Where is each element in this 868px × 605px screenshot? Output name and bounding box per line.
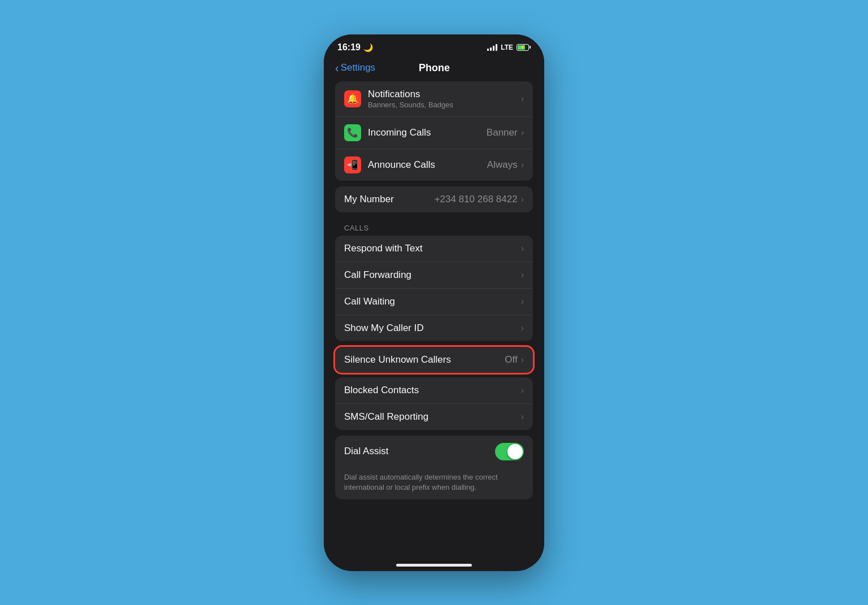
dial-assist-item[interactable]: Dial Assist [335,436,533,468]
incoming-calls-item[interactable]: 📞 Incoming Calls Banner › [335,117,533,149]
call-waiting-chevron-icon: › [521,297,524,307]
dial-assist-content: Dial Assist [344,446,495,457]
my-number-section: My Number +234 810 268 8422 › [335,186,533,212]
show-caller-id-title: Show My Caller ID [344,323,521,334]
sms-call-reporting-title: SMS/Call Reporting [344,411,521,423]
call-forwarding-content: Call Forwarding [344,269,521,281]
notifications-icon: 🔔 [344,90,361,107]
show-caller-id-chevron-icon: › [521,323,524,333]
dial-assist-section: Dial Assist Dial assist automatically de… [335,436,533,499]
notifications-subtitle: Banners, Sounds, Badges [368,101,521,109]
back-button[interactable]: ‹ Settings [335,62,375,75]
show-caller-id-item[interactable]: Show My Caller ID › [335,315,533,341]
calls-section-label: CALLS [335,218,533,236]
blocked-contacts-item[interactable]: Blocked Contacts › [335,377,533,404]
announce-calls-icon: 📲 [344,156,361,173]
silence-unknown-callers-value: Off [505,354,517,365]
sms-call-reporting-item[interactable]: SMS/Call Reporting › [335,404,533,430]
notifications-item[interactable]: 🔔 Notifications Banners, Sounds, Badges … [335,81,533,117]
moon-icon: 🌙 [363,43,373,52]
battery-icon: ⚡ [517,44,531,51]
home-indicator [396,564,472,567]
announce-calls-item[interactable]: 📲 Announce Calls Always › [335,149,533,181]
content-scroll: 🔔 Notifications Banners, Sounds, Badges … [324,81,544,562]
call-waiting-content: Call Waiting [344,296,521,307]
nav-bar: ‹ Settings Phone [324,57,544,81]
notifications-content: Notifications Banners, Sounds, Badges [368,89,521,109]
call-forwarding-title: Call Forwarding [344,269,521,281]
incoming-calls-chevron-icon: › [521,128,524,138]
incoming-calls-content: Incoming Calls [368,127,487,138]
call-waiting-title: Call Waiting [344,296,521,307]
call-forwarding-chevron-icon: › [521,270,524,280]
calls-group: Respond with Text › Call Forwarding › Ca… [335,236,533,341]
respond-with-text-title: Respond with Text [344,243,521,254]
notifications-title: Notifications [368,89,521,100]
blocked-sms-group: Blocked Contacts › SMS/Call Reporting › [335,377,533,430]
phone-frame: 16:19 🌙 LTE ⚡ ‹ Settings [324,34,544,571]
incoming-calls-value: Banner [487,127,518,138]
blocked-contacts-title: Blocked Contacts [344,385,521,396]
respond-with-text-content: Respond with Text [344,243,521,254]
dial-assist-title: Dial Assist [344,446,495,457]
blocked-contacts-content: Blocked Contacts [344,385,521,396]
respond-with-text-chevron-icon: › [521,243,524,254]
silence-unknown-callers-item[interactable]: Silence Unknown Callers Off › [335,347,533,373]
dial-assist-description: Dial assist automatically determines the… [335,468,533,499]
silence-unknown-callers-title: Silence Unknown Callers [344,354,505,365]
silence-unknown-callers-wrapper: Silence Unknown Callers Off › [335,347,533,373]
silence-unknown-callers-content: Silence Unknown Callers [344,354,505,365]
announce-calls-content: Announce Calls [368,159,487,171]
notifications-chevron-icon: › [521,94,524,104]
incoming-calls-icon: 📞 [344,124,361,141]
sms-call-reporting-chevron-icon: › [521,412,524,422]
call-waiting-item[interactable]: Call Waiting › [335,289,533,315]
notifications-group: 🔔 Notifications Banners, Sounds, Badges … [335,81,533,181]
status-bar: 16:19 🌙 LTE ⚡ [324,34,544,57]
my-number-value: +234 810 268 8422 [435,194,518,205]
dial-assist-toggle[interactable] [495,443,524,460]
my-number-chevron-icon: › [521,194,524,204]
respond-with-text-item[interactable]: Respond with Text › [335,236,533,262]
back-chevron-icon: ‹ [335,62,339,75]
incoming-calls-title: Incoming Calls [368,127,487,138]
announce-calls-title: Announce Calls [368,159,487,171]
silence-unknown-callers-chevron-icon: › [521,355,524,365]
status-time: 16:19 🌙 [337,42,373,53]
status-right: LTE ⚡ [487,43,531,51]
my-number-content: My Number [344,194,435,205]
back-label[interactable]: Settings [341,62,375,73]
blocked-contacts-chevron-icon: › [521,385,524,395]
sms-call-reporting-content: SMS/Call Reporting [344,411,521,423]
call-forwarding-item[interactable]: Call Forwarding › [335,262,533,289]
page-title: Phone [375,62,493,74]
toggle-knob [507,444,523,459]
announce-calls-chevron-icon: › [521,160,524,170]
my-number-item[interactable]: My Number +234 810 268 8422 › [335,186,533,212]
show-caller-id-content: Show My Caller ID [344,323,521,334]
signal-bars [487,44,497,51]
announce-calls-value: Always [487,159,518,171]
lte-label: LTE [501,43,513,51]
my-number-label: My Number [344,194,435,205]
